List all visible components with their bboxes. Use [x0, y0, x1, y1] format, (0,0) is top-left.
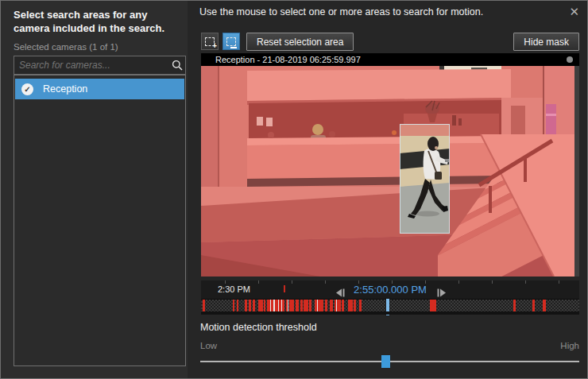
motion-segment	[296, 300, 299, 311]
motion-search-dialog: Select search areas for any camera inclu…	[0, 0, 588, 379]
motion-segment	[335, 300, 341, 311]
threshold-slider[interactable]	[200, 354, 579, 369]
motion-segment-mark	[273, 300, 274, 311]
hide-mask-button[interactable]: Hide mask	[513, 33, 579, 51]
camera-selected-check-icon: ✓	[21, 83, 33, 95]
motion-segment	[430, 300, 436, 311]
motion-segment	[258, 300, 262, 311]
selection-add-icon: +	[205, 37, 215, 46]
timeline-track-base	[201, 311, 579, 315]
camera-scene	[201, 66, 579, 277]
motion-segment	[253, 300, 255, 311]
motion-segment-mark	[278, 300, 279, 311]
timeline-controls: 2:30 PM 2:55:00.000 PM	[201, 280, 579, 299]
reset-selection-area-button[interactable]: Reset selection area	[246, 33, 354, 51]
instruction-text: Use the mouse to select one or more area…	[199, 6, 483, 17]
timeline-current-time: 2:55:00.000 PM	[201, 284, 579, 296]
motion-segment	[315, 300, 323, 311]
motion-segment	[342, 300, 344, 311]
motion-search-main: Use the mouse to select one or more area…	[188, 1, 588, 378]
search-icon	[169, 60, 185, 71]
motion-segment	[300, 300, 303, 311]
motion-segment-mark	[317, 300, 318, 311]
motion-segment	[325, 300, 327, 311]
selection-subtract-icon	[226, 37, 236, 46]
motion-segment	[532, 300, 534, 311]
motion-segment	[359, 300, 362, 311]
camera-search-box[interactable]	[14, 56, 186, 75]
selected-cameras-count: Selected cameras (1 of 1)	[14, 42, 118, 52]
timeline-track[interactable]	[201, 299, 579, 311]
camera-selection-sidebar: Select search areas for any camera inclu…	[1, 1, 188, 378]
camera-list: ✓ Reception	[14, 75, 186, 366]
threshold-high-label: High	[560, 341, 579, 350]
close-icon[interactable]: ✕	[569, 5, 579, 19]
camera-list-item-reception[interactable]: ✓ Reception	[15, 79, 184, 99]
subtract-selection-button[interactable]	[222, 33, 240, 50]
camera-name: Reception	[43, 83, 87, 95]
motion-segment	[354, 300, 356, 311]
threshold-slider-handle[interactable]	[381, 355, 390, 368]
motion-segment	[513, 300, 515, 311]
motion-segment	[249, 300, 251, 311]
threshold-low-label: Low	[200, 341, 217, 350]
motion-selection-area[interactable]	[400, 124, 450, 234]
motion-segment	[203, 300, 204, 311]
motion-segment	[233, 300, 234, 311]
motion-segment-mark	[281, 300, 282, 311]
motion-segment	[264, 300, 265, 311]
motion-segment	[237, 300, 238, 311]
sidebar-header: Select search areas for any camera inclu…	[14, 8, 179, 35]
video-title: Reception - 21-08-2019 06:25:59.997	[201, 55, 361, 64]
motion-segment-mark	[270, 300, 271, 311]
motion-segment	[289, 300, 294, 311]
threshold-label: Motion detection threshold	[200, 322, 317, 333]
receptionist-figure	[312, 124, 323, 135]
motion-segment-mark	[336, 300, 337, 311]
camera-status-dot-icon	[567, 56, 573, 63]
motion-segment	[348, 300, 353, 311]
motion-segment	[543, 300, 545, 311]
motion-segment	[245, 300, 246, 311]
motion-segment	[330, 300, 333, 311]
video-titlebar: Reception - 21-08-2019 06:25:59.997	[201, 53, 579, 66]
motion-segment	[309, 300, 311, 311]
video-view[interactable]	[201, 66, 579, 277]
motion-segment-mark	[288, 300, 288, 311]
motion-segment	[304, 300, 308, 311]
camera-search-input[interactable]	[14, 60, 169, 71]
add-selection-button[interactable]: +	[201, 33, 219, 50]
